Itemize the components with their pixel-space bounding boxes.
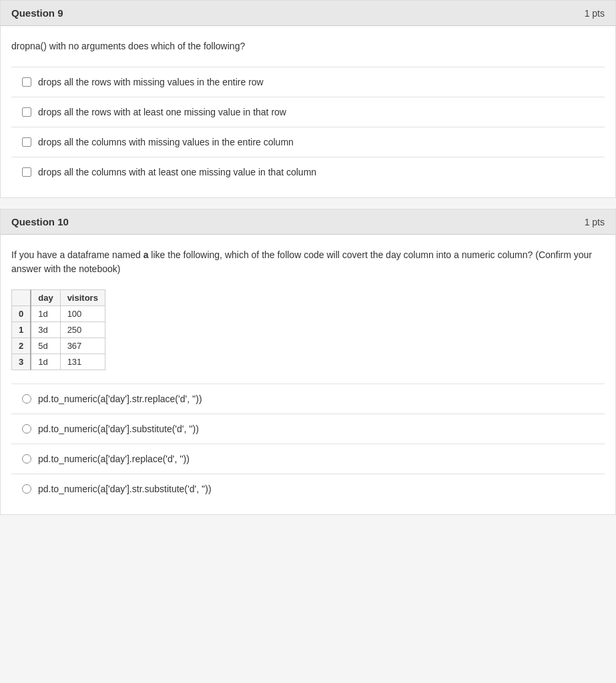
table-cell-index-0: 0 bbox=[12, 306, 31, 322]
question-9-body: dropna() with no arguments does which of… bbox=[1, 26, 615, 197]
question-9-checkbox-3[interactable] bbox=[22, 137, 31, 147]
table-cell-visitors-3: 131 bbox=[60, 354, 105, 370]
question-9-label-1: drops all the rows with missing values i… bbox=[38, 77, 264, 87]
question-10-radio-1[interactable] bbox=[22, 394, 31, 404]
question-10-label-4: pd.to_numeric(a['day'].str.substitute('d… bbox=[38, 484, 212, 494]
question-10-radio-3[interactable] bbox=[22, 454, 31, 464]
question-9-option-4[interactable]: drops all the columns with at least one … bbox=[11, 157, 605, 187]
table-row: 1 3d 250 bbox=[12, 322, 105, 338]
question-9-label-2: drops all the rows with at least one mis… bbox=[38, 107, 286, 117]
question-9-label-4: drops all the columns with at least one … bbox=[38, 167, 316, 177]
table-cell-visitors-2: 367 bbox=[60, 338, 105, 354]
question-10-options: pd.to_numeric(a['day'].str.replace('d', … bbox=[11, 384, 605, 504]
question-10-table: day visitors 0 1d 100 1 3d 250 2 5d bbox=[11, 289, 105, 370]
table-header-visitors: visitors bbox=[60, 290, 105, 306]
question-10-label-2: pd.to_numeric(a['day'].substitute('d', '… bbox=[38, 424, 199, 434]
question-10-option-3[interactable]: pd.to_numeric(a['day'].replace('d', '')) bbox=[11, 444, 605, 474]
question-9-options: drops all the rows with missing values i… bbox=[11, 67, 605, 187]
table-cell-day-0: 1d bbox=[31, 306, 60, 322]
question-10-label-3: pd.to_numeric(a['day'].replace('d', '')) bbox=[38, 454, 190, 464]
question-9-label-3: drops all the columns with missing value… bbox=[38, 137, 294, 147]
question-10-block: Question 10 1 pts If you have a datafram… bbox=[0, 209, 616, 515]
question-9-pts: 1 pts bbox=[585, 8, 605, 19]
question-10-header: Question 10 1 pts bbox=[1, 209, 615, 235]
table-cell-day-1: 3d bbox=[31, 322, 60, 338]
question-9-header: Question 9 1 pts bbox=[1, 1, 615, 26]
question-9-checkbox-1[interactable] bbox=[22, 77, 31, 87]
question-10-radio-4[interactable] bbox=[22, 484, 31, 494]
table-cell-visitors-1: 250 bbox=[60, 322, 105, 338]
question-10-label-1: pd.to_numeric(a['day'].str.replace('d', … bbox=[38, 394, 202, 404]
question-9-option-2[interactable]: drops all the rows with at least one mis… bbox=[11, 97, 605, 127]
question-9-title: Question 9 bbox=[11, 7, 63, 19]
table-row: 2 5d 367 bbox=[12, 338, 105, 354]
question-10-option-2[interactable]: pd.to_numeric(a['day'].substitute('d', '… bbox=[11, 414, 605, 444]
table-cell-day-3: 1d bbox=[31, 354, 60, 370]
question-9-option-1[interactable]: drops all the rows with missing values i… bbox=[11, 67, 605, 97]
question-10-prompt-start: If you have a dataframe named bbox=[11, 249, 143, 260]
table-cell-day-2: 5d bbox=[31, 338, 60, 354]
table-header-index bbox=[12, 290, 31, 306]
question-9-checkbox-2[interactable] bbox=[22, 107, 31, 117]
question-9-checkbox-4[interactable] bbox=[22, 167, 31, 177]
question-9-option-3[interactable]: drops all the columns with missing value… bbox=[11, 127, 605, 157]
question-10-prompt: If you have a dataframe named a like the… bbox=[11, 248, 605, 276]
table-cell-index-2: 2 bbox=[12, 338, 31, 354]
table-cell-visitors-0: 100 bbox=[60, 306, 105, 322]
question-10-title: Question 10 bbox=[11, 216, 69, 227]
table-header-day: day bbox=[31, 290, 60, 306]
question-10-radio-2[interactable] bbox=[22, 424, 31, 434]
table-cell-index-1: 1 bbox=[12, 322, 31, 338]
table-row: 3 1d 131 bbox=[12, 354, 105, 370]
question-9-prompt: dropna() with no arguments does which of… bbox=[11, 39, 605, 53]
question-10-body: If you have a dataframe named a like the… bbox=[1, 235, 615, 514]
question-9-block: Question 9 1 pts dropna() with no argume… bbox=[0, 0, 616, 198]
table-row: 0 1d 100 bbox=[12, 306, 105, 322]
question-10-pts: 1 pts bbox=[585, 217, 605, 227]
table-cell-index-3: 3 bbox=[12, 354, 31, 370]
question-10-option-4[interactable]: pd.to_numeric(a['day'].str.substitute('d… bbox=[11, 474, 605, 504]
question-10-option-1[interactable]: pd.to_numeric(a['day'].str.replace('d', … bbox=[11, 384, 605, 414]
